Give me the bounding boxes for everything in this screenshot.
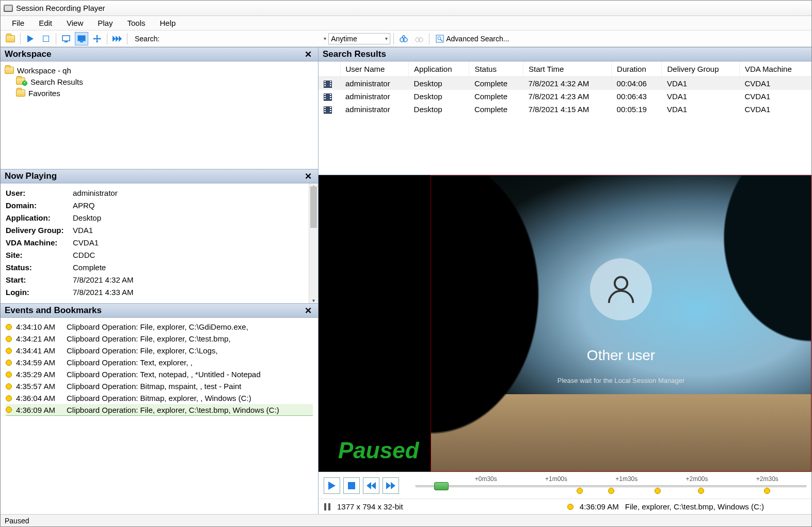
skip-button[interactable]	[110, 32, 124, 45]
column-header[interactable]: Status	[469, 61, 523, 77]
now-playing-table: User:administratorDomain:APRQApplication…	[1, 183, 309, 303]
column-header[interactable]: Duration	[612, 61, 662, 77]
np-value: APRQ	[73, 201, 95, 210]
actual-size-button[interactable]	[75, 32, 88, 45]
event-row[interactable]: 4:34:21 AMClipboard Operation: File, exp…	[6, 333, 313, 345]
event-marker[interactable]	[577, 488, 583, 494]
svg-marker-17	[328, 482, 336, 490]
film-icon	[324, 81, 332, 88]
window-title: Session Recording Player	[16, 4, 105, 12]
forward-button[interactable]	[383, 477, 399, 494]
timeline-slider[interactable]: +0m30s +1m00s +1m30s +2m00s +2m30s	[416, 477, 806, 494]
window-fit-button[interactable]	[59, 32, 73, 45]
resolution-label: 1377 x 794 x 32-bit	[337, 502, 403, 511]
np-label: User:	[6, 189, 73, 197]
slider-thumb[interactable]	[434, 482, 449, 490]
svg-rect-3	[65, 41, 68, 42]
search-results-title: Search Results	[323, 49, 386, 59]
time-filter-dropdown[interactable]: Anytime	[328, 33, 390, 44]
menu-file[interactable]: File	[5, 17, 31, 29]
event-row[interactable]: 4:34:41 AMClipboard Operation: File, exp…	[6, 345, 313, 357]
column-header[interactable]: Start Time	[523, 61, 612, 77]
event-row[interactable]: 4:35:29 AMClipboard Operation: Text, not…	[6, 368, 313, 380]
workspace-header: Workspace ✕	[1, 47, 318, 61]
svg-marker-21	[386, 482, 391, 489]
scroll-thumb[interactable]	[310, 187, 317, 228]
event-row[interactable]: 4:34:10 AMClipboard Operation: File, exp…	[6, 321, 313, 333]
pan-button[interactable]	[90, 32, 104, 45]
svg-marker-0	[27, 35, 34, 42]
menu-tools[interactable]: Tools	[120, 17, 152, 29]
svg-marker-20	[371, 482, 376, 489]
event-text: Clipboard Operation: File, explorer, C:\…	[67, 322, 248, 331]
stop-control-button[interactable]	[343, 477, 360, 494]
event-marker[interactable]	[764, 488, 770, 494]
svg-marker-19	[367, 482, 371, 489]
cell-start: 7/8/2021 4:32 AM	[523, 77, 612, 90]
now-playing-row: Status:Complete	[6, 261, 304, 273]
column-header[interactable]: User Name	[340, 61, 409, 77]
cell-app: Desktop	[409, 103, 469, 116]
tree-item-favorites[interactable]: Favorites	[16, 87, 314, 99]
column-header[interactable]: VDA Machine	[739, 61, 811, 77]
cell-vda: CVDA1	[739, 103, 811, 116]
event-row[interactable]: 4:34:59 AMClipboard Operation: Text, exp…	[6, 357, 313, 368]
fast-forward-icon	[113, 36, 122, 42]
event-dot-icon	[6, 324, 12, 330]
menu-help[interactable]: Help	[153, 17, 183, 29]
column-header[interactable]: Application	[409, 61, 469, 77]
workspace-close-button[interactable]: ✕	[302, 49, 314, 60]
events-close-button[interactable]: ✕	[302, 305, 314, 316]
event-time: 4:34:21 AM	[16, 334, 62, 343]
scroll-down-icon[interactable]: ▾	[309, 298, 318, 303]
tree-item-label: Search Results	[30, 78, 83, 86]
search-results-body: User NameApplicationStatusStart TimeDura…	[319, 61, 811, 175]
separator	[393, 33, 394, 44]
event-row[interactable]: 4:35:57 AMClipboard Operation: Bitmap, m…	[6, 380, 313, 392]
search-go-button[interactable]	[397, 32, 410, 45]
event-time: 4:35:29 AM	[16, 370, 62, 379]
events-title: Events and Bookmarks	[5, 305, 102, 316]
table-row[interactable]: administratorDesktopComplete7/8/2021 4:1…	[319, 103, 811, 116]
player-viewport[interactable]: Other user Please wait for the Local Ses…	[319, 175, 811, 472]
tree-item-search-results[interactable]: Search Results	[16, 76, 314, 87]
table-row[interactable]: administratorDesktopComplete7/8/2021 4:2…	[319, 90, 811, 103]
search-label: Search:	[135, 35, 160, 43]
event-row[interactable]: 4:36:04 AMClipboard Operation: Bitmap, e…	[6, 392, 313, 404]
now-playing-row: Site:CDDC	[6, 249, 304, 261]
menu-play[interactable]: Play	[90, 17, 120, 29]
check-badge-icon	[22, 81, 27, 86]
event-text: Clipboard Operation: Text, notepad, , *U…	[67, 370, 261, 379]
event-marker[interactable]	[608, 488, 614, 494]
monitor-actual-icon	[77, 35, 86, 42]
now-playing-scrollbar[interactable]: ▴ ▾	[309, 183, 318, 303]
event-dot-icon	[567, 504, 574, 510]
now-playing-close-button[interactable]: ✕	[302, 171, 314, 182]
play-button[interactable]	[24, 32, 37, 45]
play-control-button[interactable]	[324, 477, 340, 494]
cell-vda: CVDA1	[739, 90, 811, 103]
rewind-button[interactable]	[363, 477, 379, 494]
stop-button[interactable]	[39, 32, 53, 45]
now-playing-row: Application:Desktop	[6, 211, 304, 224]
column-header[interactable]: Delivery Group	[662, 61, 739, 77]
now-playing-header: Now Playing ✕	[1, 169, 318, 183]
event-marker[interactable]	[698, 488, 704, 494]
menu-view[interactable]: View	[59, 17, 90, 29]
tree-item-label: Favorites	[28, 89, 60, 98]
play-icon	[328, 482, 336, 490]
binoculars-icon	[400, 35, 408, 43]
menu-edit[interactable]: Edit	[31, 17, 59, 29]
tick-label: +0m30s	[475, 475, 497, 483]
workspace-root[interactable]: Workspace - qh	[5, 65, 314, 76]
cell-duration: 00:05:19	[612, 103, 662, 116]
binoculars-grey-icon	[415, 35, 423, 43]
open-button[interactable]	[4, 32, 17, 45]
search-input[interactable]	[162, 33, 322, 44]
event-row[interactable]: 4:36:09 AMClipboard Operation: File, exp…	[6, 404, 313, 416]
advanced-search-button[interactable]: Advanced Search...	[433, 35, 512, 43]
separator	[20, 33, 21, 44]
cell-status: Complete	[469, 77, 523, 90]
event-marker[interactable]	[655, 488, 661, 494]
table-row[interactable]: administratorDesktopComplete7/8/2021 4:3…	[319, 77, 811, 90]
